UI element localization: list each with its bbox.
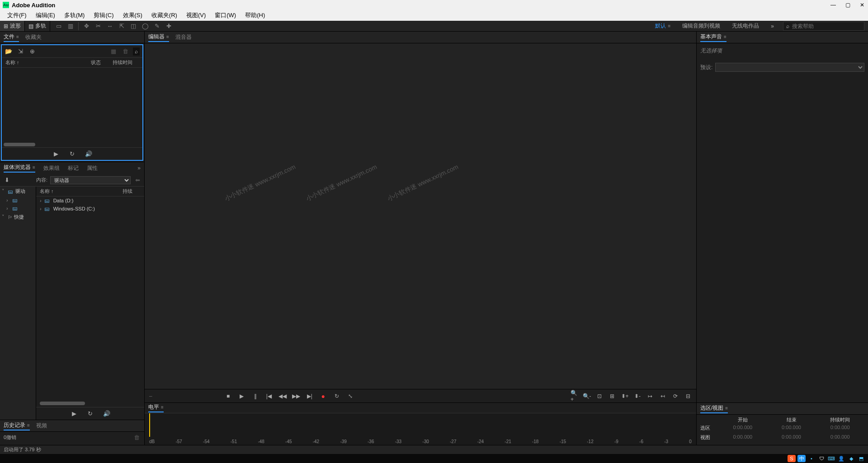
- menu-favorites[interactable]: 收藏夹(R): [147, 10, 182, 20]
- col-name[interactable]: 名称 ↑: [5, 59, 91, 66]
- tree-shortcuts[interactable]: ˅🏳快捷: [0, 212, 36, 222]
- tab-files[interactable]: 文件 ≡: [4, 33, 19, 42]
- import-icon[interactable]: ⇲: [16, 48, 24, 55]
- menu-view[interactable]: 视图(V): [182, 10, 210, 20]
- tree-drives[interactable]: ˅🖴驱动: [0, 187, 36, 196]
- close-file-icon[interactable]: ▦: [109, 48, 118, 55]
- tab-video[interactable]: 视频: [36, 422, 47, 430]
- view-dur[interactable]: 0:00.000: [816, 434, 864, 441]
- stop-button[interactable]: ■: [225, 393, 232, 400]
- rewind-button[interactable]: ◀◀: [279, 393, 286, 400]
- mode-waveform-button[interactable]: ⊞ 波形: [0, 21, 25, 31]
- marquee-tool-icon[interactable]: ◫: [129, 22, 137, 30]
- view-start[interactable]: 0:00.000: [718, 434, 767, 441]
- mode-multitrack-button[interactable]: ▤ 多轨: [25, 21, 50, 31]
- tree-drive-d[interactable]: ›🖴: [0, 196, 36, 204]
- slip-tool-icon[interactable]: ↔: [106, 22, 114, 30]
- ime-lang-icon[interactable]: 中: [797, 455, 806, 462]
- workspace-default[interactable]: 默认 ≡: [652, 21, 673, 31]
- tab-favorites[interactable]: 收藏夹: [25, 33, 42, 41]
- preset-dropdown[interactable]: [715, 63, 864, 72]
- maximize-button[interactable]: ▢: [844, 2, 851, 8]
- list-item[interactable]: ›🖴Windows-SSD (C:): [36, 205, 144, 213]
- shortcut-icon[interactable]: ⬇: [3, 177, 11, 184]
- record-button[interactable]: ●: [320, 393, 327, 400]
- sel-start[interactable]: 0:00.000: [718, 425, 767, 431]
- tray-chevron-icon[interactable]: ⬒: [857, 455, 865, 462]
- zoom-v-out-icon[interactable]: ⬍-: [634, 393, 641, 400]
- zoom-sel-icon[interactable]: ⊞: [609, 393, 616, 400]
- move-tool-icon[interactable]: ✥: [82, 22, 90, 30]
- minimize-button[interactable]: —: [830, 2, 836, 8]
- tree-drive-c[interactable]: ›🖴: [0, 204, 36, 212]
- play-button[interactable]: ▶: [238, 393, 245, 400]
- new-file-icon[interactable]: ⊕: [28, 48, 36, 55]
- menu-help[interactable]: 帮助(H): [241, 10, 269, 20]
- editor-canvas[interactable]: 小小软件迷 www.xxrjm.com 小小软件迷 www.xxrjm.com …: [145, 43, 696, 389]
- tab-more[interactable]: »: [137, 165, 141, 171]
- files-search[interactable]: ⌕: [133, 47, 140, 56]
- zoom-out-icon[interactable]: 🔍-: [583, 393, 590, 400]
- tray-defender-icon[interactable]: 🛡: [817, 455, 826, 462]
- workspace-more[interactable]: »: [768, 22, 777, 30]
- view-end[interactable]: 0:00.000: [767, 434, 816, 441]
- forward-button[interactable]: ▶▶: [292, 393, 300, 400]
- razor-tool-icon[interactable]: ✂: [94, 22, 102, 30]
- lasso-tool-icon[interactable]: ◯: [141, 22, 149, 30]
- menu-clip[interactable]: 剪辑(C): [89, 10, 118, 20]
- zoom-out-point-icon[interactable]: ↤: [659, 393, 666, 400]
- play-button[interactable]: ▶: [70, 410, 78, 417]
- tab-properties[interactable]: 属性: [87, 164, 98, 172]
- scrollbar[interactable]: [40, 402, 85, 405]
- menu-window[interactable]: 窗口(W): [210, 10, 241, 20]
- sel-end[interactable]: 0:00.000: [767, 425, 816, 431]
- zoom-reset-icon[interactable]: ⊟: [684, 393, 692, 400]
- zoom-v-in-icon[interactable]: ⬍+: [621, 393, 628, 400]
- loop-icon[interactable]: ↻: [86, 410, 94, 417]
- col-duration[interactable]: 持续时间: [113, 59, 139, 66]
- menu-multitrack[interactable]: 多轨(M): [60, 10, 90, 20]
- search-help-input[interactable]: [792, 23, 861, 29]
- back-icon[interactable]: ⬅: [133, 177, 142, 184]
- tab-effects-rack[interactable]: 效果组: [43, 164, 60, 172]
- autoplay-icon[interactable]: 🔊: [103, 410, 111, 417]
- delete-icon[interactable]: 🗑: [121, 48, 129, 55]
- heal-tool-icon[interactable]: ✚: [165, 22, 173, 30]
- tab-history[interactable]: 历史记录 ≡: [4, 421, 30, 430]
- tool-2-icon[interactable]: ▥: [66, 22, 75, 30]
- loop-icon[interactable]: ↻: [68, 150, 76, 158]
- zoom-full-icon[interactable]: ⊡: [596, 393, 603, 400]
- trash-icon[interactable]: 🗑: [132, 434, 141, 441]
- skip-selection-button[interactable]: ⤡: [347, 393, 354, 400]
- zoom-in-point-icon[interactable]: ↦: [646, 393, 654, 400]
- time-tool-icon[interactable]: ⇱: [118, 22, 126, 30]
- menu-edit[interactable]: 编辑(E): [31, 10, 60, 20]
- loop-button[interactable]: ↻: [333, 393, 340, 400]
- workspace-edit-audio[interactable]: 编辑音频到视频: [679, 21, 723, 31]
- scrollbar[interactable]: [4, 143, 35, 146]
- menu-file[interactable]: 文件(F): [3, 10, 31, 20]
- pause-button[interactable]: ‖: [252, 393, 259, 400]
- tab-levels[interactable]: 电平 ≡: [148, 403, 164, 412]
- search-help-box[interactable]: ⌕: [783, 22, 864, 31]
- tab-editor[interactable]: 编辑器 ≡: [148, 33, 169, 42]
- menu-effects[interactable]: 效果(S): [118, 10, 147, 20]
- go-end-button[interactable]: ▶|: [306, 393, 313, 400]
- tool-1-icon[interactable]: ▭: [55, 22, 63, 30]
- zoom-in-icon[interactable]: 🔍+: [571, 393, 578, 400]
- open-file-icon[interactable]: 📂: [5, 48, 13, 55]
- tab-mixer[interactable]: 混音器: [175, 33, 192, 41]
- tab-markers[interactable]: 标记: [68, 164, 79, 172]
- tab-essential-sound[interactable]: 基本声音 ≡: [700, 33, 726, 42]
- tray-keyboard-icon[interactable]: ⌨: [827, 455, 835, 462]
- sogou-ime-icon[interactable]: S: [788, 455, 796, 462]
- tray-user-icon[interactable]: 👤: [837, 455, 845, 462]
- zoom-out-level[interactable]: –: [149, 393, 152, 399]
- autoplay-icon[interactable]: 🔊: [85, 150, 93, 158]
- list-item[interactable]: ›🖴Data (D:): [36, 196, 144, 205]
- refresh-icon[interactable]: ⟳: [672, 393, 679, 400]
- close-button[interactable]: ✕: [859, 2, 865, 8]
- tab-media-browser[interactable]: 媒体浏览器 ≡: [4, 164, 35, 173]
- list-col-duration[interactable]: 持续: [123, 188, 141, 195]
- col-status[interactable]: 状态: [91, 59, 113, 66]
